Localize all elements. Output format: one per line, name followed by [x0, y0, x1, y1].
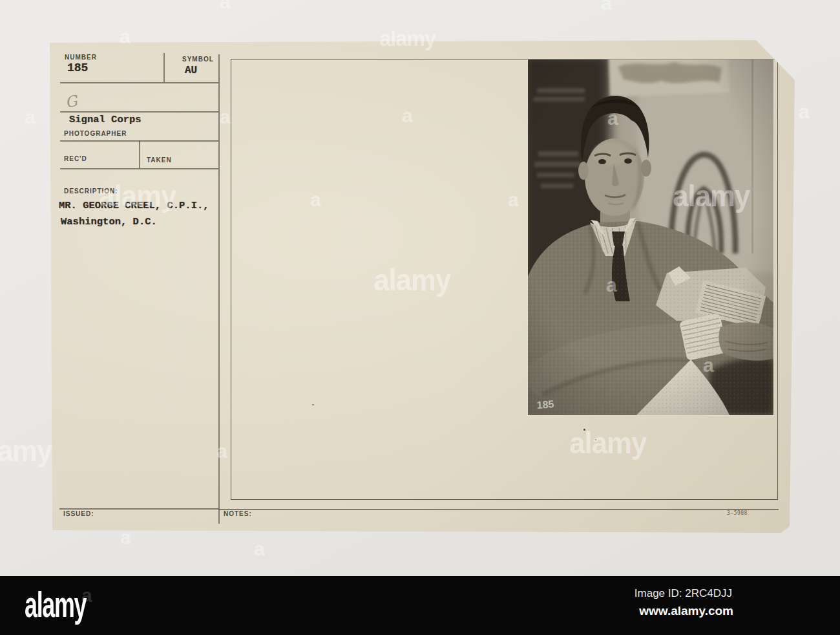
image-id-text: Image ID: 2RC4DJJ	[635, 587, 732, 600]
watermark-letter: a	[799, 101, 810, 123]
number-value: 185	[67, 61, 88, 74]
photo-vignette	[528, 59, 773, 415]
alamy-url-text: www.alamy.com	[639, 604, 733, 618]
description-line2: Washington, D.C.	[61, 216, 157, 228]
watermark-letter: a	[254, 538, 265, 560]
notes-rule-line	[218, 509, 779, 510]
ink-speck	[312, 404, 314, 405]
print-code: 3—5908	[727, 510, 748, 516]
organization-value: Signal Corps	[69, 114, 142, 125]
notes-label: NOTES:	[224, 510, 252, 517]
rule-line	[60, 111, 218, 113]
watermark-letter: a	[25, 106, 36, 128]
attached-photograph: 185	[528, 59, 773, 415]
symbol-value: AU	[185, 65, 197, 76]
watermark-letter: a	[601, 0, 612, 14]
rule-line	[60, 82, 218, 83]
alamy-footer-bar: alamy Image ID: 2RC4DJJ www.alamy.com	[0, 576, 840, 635]
photo-index-card: NUMBER 185 SYMBOL AU G Signal Corps PHOT…	[48, 40, 795, 533]
handwritten-mark: G	[64, 92, 79, 111]
recd-taken-divider	[139, 140, 140, 168]
photographer-label: PHOTOGRAPHER	[64, 130, 127, 137]
alamy-logo: alamy	[25, 576, 86, 633]
issued-label: ISSUED:	[63, 510, 94, 517]
description-label: DESCRIPTION:	[64, 188, 118, 195]
symbol-label: SYMBOL	[182, 56, 214, 63]
description-line1: MR. GEORGE CREEL, C.P.I.,	[59, 200, 209, 211]
watermark-brand: alamy	[0, 433, 52, 468]
watermark-letter: a	[220, 0, 231, 13]
number-label: NUMBER	[65, 54, 97, 61]
taken-label: TAKEN	[147, 156, 172, 164]
header-divider-line	[163, 53, 165, 82]
ink-speck	[595, 439, 596, 440]
stock-photo-scan: NUMBER 185 SYMBOL AU G Signal Corps PHOT…	[0, 0, 840, 635]
received-label: REC'D	[64, 155, 87, 162]
column-divider-line	[218, 54, 220, 524]
ink-speck	[583, 429, 585, 431]
issued-rule-line	[59, 508, 219, 510]
rule-line	[60, 168, 218, 169]
